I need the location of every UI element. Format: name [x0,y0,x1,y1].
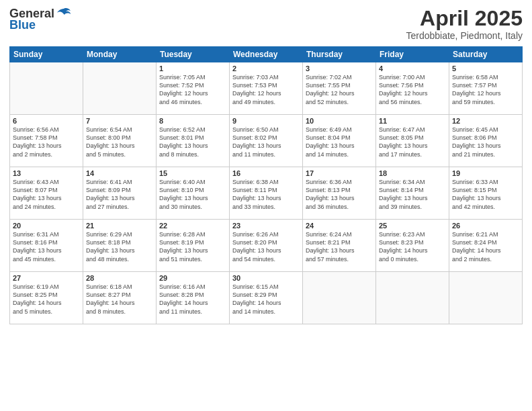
day-number: 12 [452,117,519,125]
day-cell: 29Sunrise: 6:16 AM Sunset: 8:28 PM Dayli… [157,272,230,324]
calendar-page: General Blue April 2025 Terdobbiate, Pie… [0,0,532,411]
day-info: Sunrise: 6:43 AM Sunset: 8:07 PM Dayligh… [13,178,80,211]
day-number: 8 [159,117,226,125]
day-number: 19 [452,169,519,177]
day-cell [303,272,376,324]
week-row-3: 20Sunrise: 6:31 AM Sunset: 8:16 PM Dayli… [10,220,523,272]
day-info: Sunrise: 6:28 AM Sunset: 8:19 PM Dayligh… [159,230,226,263]
col-header-sunday: Sunday [10,47,83,62]
day-number: 2 [232,64,300,73]
day-cell: 3Sunrise: 7:02 AM Sunset: 7:55 PM Daylig… [303,62,376,115]
day-cell: 1Sunrise: 7:05 AM Sunset: 7:52 PM Daylig… [157,62,230,115]
day-cell: 26Sunrise: 6:21 AM Sunset: 8:24 PM Dayli… [449,220,523,272]
week-row-2: 13Sunrise: 6:43 AM Sunset: 8:07 PM Dayli… [10,167,523,220]
day-cell: 6Sunrise: 6:56 AM Sunset: 7:58 PM Daylig… [10,115,83,167]
day-cell: 9Sunrise: 6:50 AM Sunset: 8:02 PM Daylig… [230,115,303,167]
day-cell: 19Sunrise: 6:33 AM Sunset: 8:15 PM Dayli… [449,167,523,220]
day-cell: 18Sunrise: 6:34 AM Sunset: 8:14 PM Dayli… [376,167,449,220]
title-block: April 2025 Terdobbiate, Piedmont, Italy [406,7,523,41]
day-info: Sunrise: 6:52 AM Sunset: 8:01 PM Dayligh… [159,126,226,158]
col-header-monday: Monday [83,47,157,62]
day-cell [449,272,523,324]
day-info: Sunrise: 6:23 AM Sunset: 8:23 PM Dayligh… [379,230,446,263]
day-number: 6 [13,117,80,125]
day-info: Sunrise: 6:24 AM Sunset: 8:21 PM Dayligh… [306,230,373,263]
day-info: Sunrise: 7:03 AM Sunset: 7:53 PM Dayligh… [232,73,300,106]
day-number: 30 [232,274,300,282]
calendar-title: April 2025 [406,7,523,30]
day-number: 28 [86,274,153,282]
day-cell [376,272,449,324]
day-number: 10 [306,117,373,125]
day-cell: 14Sunrise: 6:41 AM Sunset: 8:09 PM Dayli… [83,167,157,220]
day-info: Sunrise: 6:54 AM Sunset: 8:00 PM Dayligh… [86,126,153,158]
day-info: Sunrise: 6:21 AM Sunset: 8:24 PM Dayligh… [452,230,519,263]
col-header-friday: Friday [376,47,449,62]
day-cell: 21Sunrise: 6:29 AM Sunset: 8:18 PM Dayli… [83,220,157,272]
day-number: 13 [13,169,80,177]
day-info: Sunrise: 6:56 AM Sunset: 7:58 PM Dayligh… [13,126,80,158]
day-number: 25 [379,222,446,230]
day-cell: 27Sunrise: 6:19 AM Sunset: 8:25 PM Dayli… [10,272,83,324]
logo: General Blue [9,7,72,32]
day-cell: 13Sunrise: 6:43 AM Sunset: 8:07 PM Dayli… [10,167,83,220]
day-cell: 7Sunrise: 6:54 AM Sunset: 8:00 PM Daylig… [83,115,157,167]
day-cell: 4Sunrise: 7:00 AM Sunset: 7:56 PM Daylig… [376,62,449,115]
day-info: Sunrise: 6:49 AM Sunset: 8:04 PM Dayligh… [306,126,373,158]
day-number: 7 [86,117,153,125]
col-header-saturday: Saturday [449,47,523,62]
day-info: Sunrise: 6:50 AM Sunset: 8:02 PM Dayligh… [232,126,300,158]
day-number: 4 [379,64,446,73]
day-number: 5 [452,64,519,73]
logo-bird-icon [56,7,72,21]
day-cell: 17Sunrise: 6:36 AM Sunset: 8:13 PM Dayli… [303,167,376,220]
day-cell: 20Sunrise: 6:31 AM Sunset: 8:16 PM Dayli… [10,220,83,272]
day-number: 11 [379,117,446,125]
col-header-thursday: Thursday [303,47,376,62]
week-row-1: 6Sunrise: 6:56 AM Sunset: 7:58 PM Daylig… [10,115,523,167]
day-info: Sunrise: 6:45 AM Sunset: 8:06 PM Dayligh… [452,126,519,158]
day-info: Sunrise: 6:33 AM Sunset: 8:15 PM Dayligh… [452,178,519,211]
col-header-tuesday: Tuesday [157,47,230,62]
day-cell: 8Sunrise: 6:52 AM Sunset: 8:01 PM Daylig… [157,115,230,167]
day-number: 22 [159,222,226,230]
day-info: Sunrise: 6:41 AM Sunset: 8:09 PM Dayligh… [86,178,153,211]
day-info: Sunrise: 6:18 AM Sunset: 8:27 PM Dayligh… [86,283,153,316]
day-cell: 22Sunrise: 6:28 AM Sunset: 8:19 PM Dayli… [157,220,230,272]
day-number: 9 [232,117,300,125]
day-info: Sunrise: 6:40 AM Sunset: 8:10 PM Dayligh… [159,178,226,211]
day-info: Sunrise: 7:00 AM Sunset: 7:56 PM Dayligh… [379,73,446,106]
calendar-subtitle: Terdobbiate, Piedmont, Italy [406,30,523,41]
col-header-wednesday: Wednesday [230,47,303,62]
day-number: 20 [13,222,80,230]
day-info: Sunrise: 6:19 AM Sunset: 8:25 PM Dayligh… [13,283,80,316]
day-number: 3 [306,64,373,73]
day-cell: 16Sunrise: 6:38 AM Sunset: 8:11 PM Dayli… [230,167,303,220]
day-cell: 10Sunrise: 6:49 AM Sunset: 8:04 PM Dayli… [303,115,376,167]
day-number: 21 [86,222,153,230]
day-cell: 12Sunrise: 6:45 AM Sunset: 8:06 PM Dayli… [449,115,523,167]
day-cell [83,62,157,115]
day-cell: 28Sunrise: 6:18 AM Sunset: 8:27 PM Dayli… [83,272,157,324]
day-cell: 11Sunrise: 6:47 AM Sunset: 8:05 PM Dayli… [376,115,449,167]
day-number: 29 [159,274,226,282]
day-info: Sunrise: 6:36 AM Sunset: 8:13 PM Dayligh… [306,178,373,211]
day-cell: 15Sunrise: 6:40 AM Sunset: 8:10 PM Dayli… [157,167,230,220]
day-info: Sunrise: 6:26 AM Sunset: 8:20 PM Dayligh… [232,230,300,263]
day-info: Sunrise: 6:38 AM Sunset: 8:11 PM Dayligh… [232,178,300,211]
day-number: 17 [306,169,373,177]
day-number: 26 [452,222,519,230]
day-number: 1 [159,64,226,73]
calendar-header-row: SundayMondayTuesdayWednesdayThursdayFrid… [10,47,523,62]
day-number: 18 [379,169,446,177]
calendar-table: SundayMondayTuesdayWednesdayThursdayFrid… [9,46,523,324]
day-cell: 23Sunrise: 6:26 AM Sunset: 8:20 PM Dayli… [230,220,303,272]
day-cell [10,62,83,115]
day-info: Sunrise: 6:29 AM Sunset: 8:18 PM Dayligh… [86,230,153,263]
day-info: Sunrise: 7:02 AM Sunset: 7:55 PM Dayligh… [306,73,373,106]
day-cell: 25Sunrise: 6:23 AM Sunset: 8:23 PM Dayli… [376,220,449,272]
day-info: Sunrise: 6:15 AM Sunset: 8:29 PM Dayligh… [232,283,300,316]
day-info: Sunrise: 6:31 AM Sunset: 8:16 PM Dayligh… [13,230,80,263]
day-number: 14 [86,169,153,177]
day-number: 24 [306,222,373,230]
